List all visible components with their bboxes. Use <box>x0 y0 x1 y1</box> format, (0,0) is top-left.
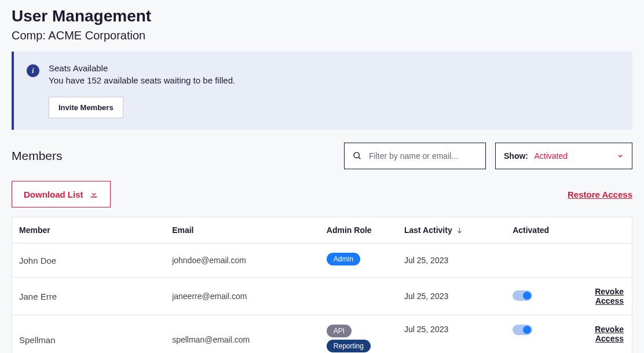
activated-toggle[interactable] <box>513 290 532 301</box>
cell-email: johndoe@email.com <box>165 243 320 278</box>
search-box[interactable] <box>344 143 486 169</box>
svg-rect-2 <box>90 196 97 198</box>
download-list-button[interactable]: Download List <box>12 181 111 208</box>
cell-member: Spellman <box>12 315 166 354</box>
banner-title: Seats Available <box>49 63 235 73</box>
show-value: Activated <box>534 151 568 161</box>
cell-last-activity: Jul 25, 2023 <box>397 315 506 354</box>
info-icon: i <box>27 64 39 77</box>
seats-banner: i Seats Available You have 152 available… <box>12 52 632 130</box>
members-table: Member Email Admin Role Last Activity Ac… <box>12 217 632 353</box>
th-member: Member <box>12 217 166 243</box>
show-label: Show: <box>504 151 528 161</box>
revoke-access-link[interactable]: Revoke Access <box>595 287 624 305</box>
cell-email: janeerre@email.com <box>165 278 320 315</box>
banner-text: You have 152 available seats waiting to … <box>49 75 235 85</box>
th-activated: Activated <box>506 217 564 243</box>
cell-last-activity: Jul 25, 2023 <box>397 243 506 278</box>
cell-actions: Revoke Access <box>564 315 632 354</box>
th-actions <box>564 217 632 243</box>
role-badge: Admin <box>327 253 360 265</box>
cell-actions: Revoke Access <box>564 278 632 315</box>
download-icon <box>89 190 98 199</box>
th-admin-role: Admin Role <box>320 217 397 243</box>
revoke-access-link[interactable]: Revoke Access <box>595 325 624 343</box>
cell-role <box>320 278 397 315</box>
cell-activated <box>506 243 564 278</box>
activated-toggle[interactable] <box>513 325 532 335</box>
th-last-activity[interactable]: Last Activity <box>397 217 506 243</box>
table-row: Jane Errejaneerre@email.comJul 25, 2023R… <box>12 278 632 315</box>
table-row: Spellmanspellman@email.comAPIReportingJu… <box>12 315 632 354</box>
cell-activated <box>506 278 564 315</box>
role-badge: API <box>327 325 352 337</box>
chevron-down-icon <box>617 152 624 159</box>
page-title: User Management <box>12 7 632 26</box>
search-icon <box>353 151 362 161</box>
role-badge: Reporting <box>327 340 371 352</box>
show-filter[interactable]: Show: Activated <box>495 143 632 169</box>
members-heading: Members <box>12 149 63 163</box>
invite-members-button[interactable]: Invite Members <box>49 97 123 118</box>
restore-access-link[interactable]: Restore Access <box>568 190 632 199</box>
cell-activated <box>506 315 564 354</box>
table-row: John Doejohndoe@email.comAdminJul 25, 20… <box>12 243 632 278</box>
cell-actions <box>564 243 632 278</box>
cell-role: APIReporting <box>320 315 397 354</box>
page-subtitle: Comp: ACME Corporation <box>12 29 632 42</box>
svg-line-1 <box>358 157 360 159</box>
cell-role: Admin <box>320 243 397 278</box>
th-email: Email <box>165 217 320 243</box>
cell-email: spellman@email.com <box>165 315 320 354</box>
sort-descending-icon <box>456 227 463 234</box>
svg-point-0 <box>354 152 359 158</box>
search-input[interactable] <box>369 151 477 161</box>
cell-last-activity: Jul 25, 2023 <box>397 278 506 315</box>
cell-member: John Doe <box>12 243 166 278</box>
th-last-activity-label: Last Activity <box>404 225 452 235</box>
download-label: Download List <box>24 190 83 199</box>
cell-member: Jane Erre <box>12 278 166 315</box>
